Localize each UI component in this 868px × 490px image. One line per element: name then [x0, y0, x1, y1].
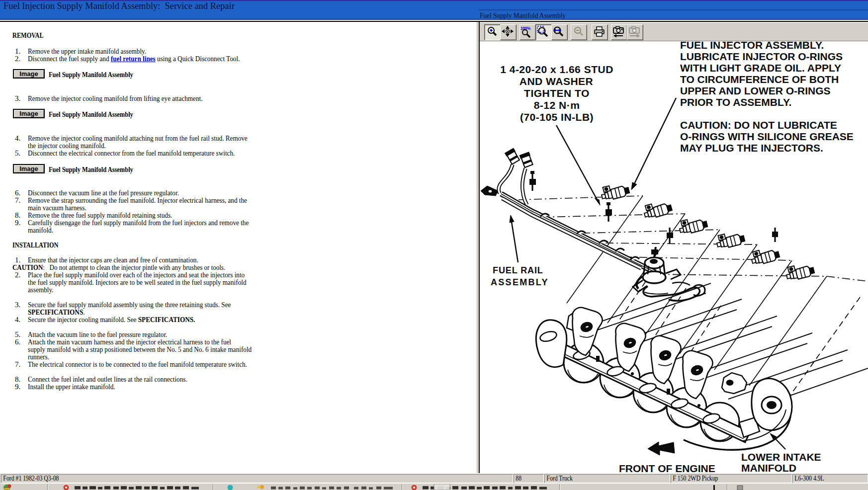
- svg-text:TO CIRCUMFERENCE OF BOTH: TO CIRCUMFERENCE OF BOTH: [680, 74, 839, 85]
- svg-text:LUBRICATE INJECTOR O-RINGS: LUBRICATE INJECTOR O-RINGS: [680, 51, 843, 62]
- svg-text:(70-105 IN-LB): (70-105 IN-LB): [520, 111, 594, 123]
- svg-text:MAY PLUG THE INJECTORS.: MAY PLUG THE INJECTORS.: [680, 142, 823, 154]
- svg-text:MANIFOLD: MANIFOLD: [741, 462, 796, 473]
- svg-text:LOWER INTAKE: LOWER INTAKE: [741, 451, 821, 463]
- svg-text:CAUTION: DO NOT LUBRICATE: CAUTION: DO NOT LUBRICATE: [680, 119, 837, 131]
- svg-text:O-RINGS WITH SILICONE GREASE: O-RINGS WITH SILICONE GREASE: [680, 131, 854, 142]
- svg-text:UPPER AND LOWER O-RINGS: UPPER AND LOWER O-RINGS: [680, 85, 831, 96]
- svg-text:8-12 N·m: 8-12 N·m: [534, 99, 580, 111]
- svg-text:1 4-20-20 x 1.66 STUD: 1 4-20-20 x 1.66 STUD: [500, 64, 613, 75]
- svg-text:FRONT OF ENGINE: FRONT OF ENGINE: [619, 463, 715, 473]
- svg-text:PRIOR TO ASSEMBLY.: PRIOR TO ASSEMBLY.: [680, 96, 791, 108]
- svg-text:FUEL INJECTOR ASSEMBLY.: FUEL INJECTOR ASSEMBLY.: [680, 41, 824, 51]
- svg-text:AND WASHER: AND WASHER: [520, 76, 594, 87]
- svg-text:FUEL RAIL: FUEL RAIL: [493, 265, 543, 275]
- svg-text:ASSEMBLY: ASSEMBLY: [491, 277, 549, 287]
- svg-text:WITH LIGHT GRADE OIL. APPLY: WITH LIGHT GRADE OIL. APPLY: [680, 62, 841, 74]
- svg-text:TIGHTEN TO: TIGHTEN TO: [524, 87, 590, 99]
